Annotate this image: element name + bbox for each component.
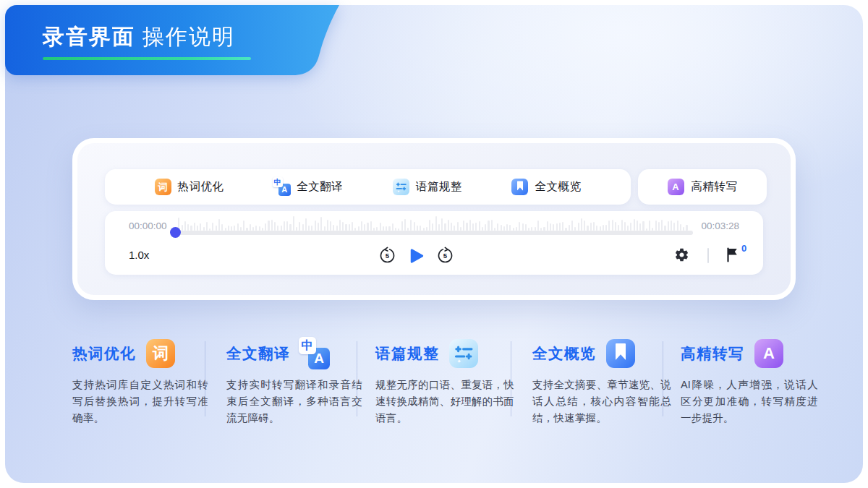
column-divider — [357, 341, 357, 416]
bookmark-glyph — [616, 343, 626, 360]
icon-flap — [167, 343, 179, 364]
current-time: 00:00:00 — [129, 221, 167, 231]
high-precision-icon: A — [754, 339, 783, 368]
feature-description: 规整无序的口语、重复语，快速转换成精简、好理解的书面语言。 — [375, 377, 514, 427]
flag-marker-button[interactable]: 0 — [724, 246, 746, 263]
overview-bookmark-icon — [511, 179, 528, 195]
bookmark-glyph — [517, 181, 523, 190]
svg-text:5: 5 — [386, 252, 390, 260]
translate-zh-glyph: 中 — [273, 177, 283, 187]
feature-heading: 全文翻译 中 A — [226, 338, 362, 369]
icon-flap — [775, 343, 787, 364]
title-underline — [43, 57, 251, 60]
settings-button[interactable] — [674, 247, 689, 262]
icon-flap — [680, 181, 686, 193]
icon-flap — [524, 181, 531, 193]
feature-description: 支持实时转写翻译和录音结束后全文翻译，多种语言交流无障碍。 — [226, 377, 362, 427]
icon-flap — [168, 181, 174, 193]
overview-bookmark-icon — [606, 339, 635, 368]
play-icon — [409, 248, 425, 264]
transcribe-glyph: A — [672, 182, 678, 192]
column-divider — [205, 341, 205, 416]
page-title: 录音界面操作说明 — [43, 22, 235, 52]
tab-label: 全文翻译 — [297, 179, 343, 194]
icon-flap — [627, 343, 639, 364]
gear-icon — [674, 247, 689, 262]
feature-heading: 语篇规整 — [375, 338, 514, 369]
waveform[interactable] — [175, 215, 693, 231]
page-root: 录音界面操作说明 词 热词优化 中 A 全文翻译 — [0, 0, 868, 488]
feature-description: AI降噪，人声增强，说话人区分更加准确，转写精度进一步提升。 — [681, 377, 818, 427]
regularize-icon — [393, 179, 409, 195]
play-button[interactable] — [409, 248, 425, 264]
feature-title: 高精转写 — [681, 343, 744, 364]
tab-label: 全文概览 — [535, 179, 581, 194]
playback-speed-button[interactable]: 1.0x — [129, 249, 149, 261]
feature-regularize: 语篇规整 规整无序的口语、重复语，快速转换成精简、好理解的书面语言。 — [375, 338, 514, 427]
page-title-rest: 操作说明 — [142, 25, 235, 48]
feature-title: 语篇规整 — [375, 343, 439, 364]
tab-high-precision[interactable]: A 高精转写 — [638, 169, 767, 205]
forward-5s-button[interactable]: 5 — [436, 247, 454, 265]
hotword-icon: 词 — [146, 339, 175, 368]
controls-divider — [707, 248, 709, 263]
feature-heading: 高精转写 A — [681, 338, 818, 369]
tab-hotword[interactable]: 词 热词优化 — [155, 179, 224, 195]
header-banner: 录音界面操作说明 — [5, 5, 345, 75]
regularize-glyph — [453, 343, 475, 364]
column-divider — [663, 341, 663, 416]
flag-icon — [724, 246, 740, 263]
feature-title: 全文概览 — [532, 343, 596, 364]
translate-icon: 中 A — [300, 339, 329, 368]
hotword-glyph: 词 — [158, 182, 168, 192]
feature-description: 支持全文摘要、章节速览、说话人总结，核心内容智能总结，快速掌握。 — [532, 377, 671, 427]
page-title-strong: 录音界面 — [43, 25, 135, 48]
total-time: 00:03:28 — [701, 221, 739, 231]
feature-title: 热词优化 — [72, 343, 136, 364]
feature-translate: 全文翻译 中 A 支持实时转写翻译和录音结束后全文翻译，多种语言交流无障碍。 — [226, 338, 362, 427]
forward-5s-icon: 5 — [436, 247, 454, 265]
progress-track[interactable] — [175, 231, 693, 235]
transcribe-glyph: A — [763, 346, 775, 361]
player-bar: 00:00:00 00:03:28 1.0x 5 — [105, 211, 763, 275]
feature-hotword: 热词优化 词 支持热词库自定义热词和转写后替换热词，提升转写准确率。 — [72, 338, 208, 427]
feature-title: 全文翻译 — [226, 343, 290, 364]
tab-label: 高精转写 — [692, 179, 738, 194]
translate-zh-glyph: 中 — [299, 337, 316, 354]
feature-description: 支持热词库自定义热词和转写后替换热词，提升转写准确率。 — [72, 377, 208, 427]
tab-regularize[interactable]: 语篇规整 — [393, 179, 462, 195]
flag-count: 0 — [741, 243, 746, 254]
svg-text:5: 5 — [443, 252, 448, 260]
tab-label: 热词优化 — [178, 179, 224, 194]
hotword-glyph: 词 — [153, 346, 169, 361]
tab-translate[interactable]: 中 A 全文翻译 — [273, 179, 343, 195]
regularize-icon — [449, 339, 478, 368]
regularize-glyph — [395, 181, 407, 193]
rewind-5s-icon: 5 — [378, 247, 396, 265]
progress-knob[interactable] — [170, 227, 181, 238]
feature-tabbar: 词 热词优化 中 A 全文翻译 语篇规整 — [105, 169, 631, 205]
column-divider — [511, 341, 511, 416]
tab-overview[interactable]: 全文概览 — [511, 179, 581, 195]
tab-label: 语篇规整 — [416, 179, 462, 194]
high-precision-icon: A — [668, 179, 684, 195]
feature-heading: 全文概览 — [532, 338, 671, 369]
feature-high-precision: 高精转写 A AI降噪，人声增强，说话人区分更加准确，转写精度进一步提升。 — [681, 338, 818, 427]
hotword-icon: 词 — [155, 179, 171, 195]
rewind-5s-button[interactable]: 5 — [378, 247, 396, 265]
feature-overview: 全文概览 支持全文摘要、章节速览、说话人总结，核心内容智能总结，快速掌握。 — [532, 338, 671, 427]
translate-icon: 中 A — [273, 179, 290, 195]
feature-heading: 热词优化 词 — [72, 338, 208, 369]
